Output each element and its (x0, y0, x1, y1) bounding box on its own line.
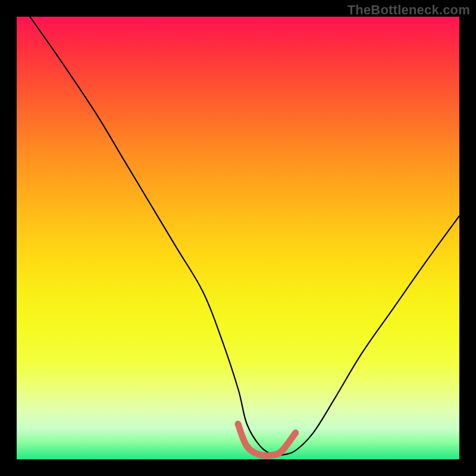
watermark-label: TheBottleneck.com (347, 2, 470, 18)
chart-frame: TheBottleneck.com (0, 0, 476, 476)
chart-plot-area (17, 17, 459, 459)
chart-svg (17, 17, 459, 459)
bottleneck-curve-path (30, 17, 459, 456)
